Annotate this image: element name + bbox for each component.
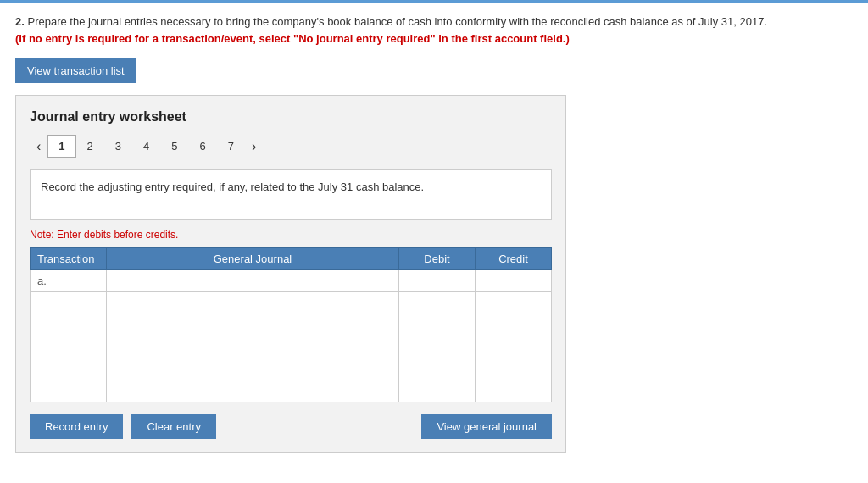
credit-input-3[interactable] [476, 314, 551, 336]
debit-input-2[interactable] [399, 292, 475, 314]
general-journal-input-6[interactable] [107, 380, 398, 402]
general-journal-input-3[interactable] [107, 314, 398, 336]
debit-input-5[interactable] [399, 358, 475, 380]
debit-input-cell-3[interactable] [399, 314, 476, 336]
table-row [31, 358, 552, 380]
tab-5[interactable]: 5 [160, 135, 188, 158]
clear-entry-button[interactable]: Clear entry [131, 414, 216, 439]
col-header-transaction: Transaction [31, 248, 107, 270]
col-header-general-journal: General Journal [107, 248, 399, 270]
debit-input-6[interactable] [399, 380, 475, 402]
tab-1[interactable]: 1 [47, 135, 75, 158]
tab-next-arrow[interactable]: › [245, 136, 263, 158]
table-row [31, 380, 552, 402]
credit-input-cell-3[interactable] [476, 314, 552, 336]
instruction-text: 2. Prepare the journal entries necessary… [15, 14, 778, 47]
credit-input-cell-5[interactable] [476, 358, 552, 380]
general-journal-input-1[interactable] [107, 270, 398, 291]
debit-input-3[interactable] [399, 314, 475, 336]
credit-input-4[interactable] [476, 336, 551, 358]
credit-input-5[interactable] [476, 358, 551, 380]
credit-input-2[interactable] [476, 292, 551, 314]
general-journal-input-4[interactable] [107, 336, 398, 358]
transaction-label-5 [31, 358, 107, 380]
table-row [31, 314, 552, 336]
credit-input-cell-1[interactable] [476, 270, 552, 292]
general-journal-input-cell-2[interactable] [107, 292, 399, 314]
credit-input-1[interactable] [476, 270, 551, 291]
transaction-label-6 [31, 380, 107, 402]
journal-table: Transaction General Journal Debit Credit… [30, 247, 552, 402]
transaction-label-3 [31, 314, 107, 336]
tab-7[interactable]: 7 [217, 135, 245, 158]
instruction-number: 2. [15, 15, 25, 28]
debit-input-cell-5[interactable] [399, 358, 476, 380]
debit-input-cell-1[interactable] [399, 270, 476, 292]
credit-input-6[interactable] [476, 380, 551, 402]
credit-input-cell-4[interactable] [476, 336, 552, 358]
record-entry-button[interactable]: Record entry [30, 414, 123, 439]
general-journal-input-2[interactable] [107, 292, 398, 314]
transaction-label-4 [31, 336, 107, 358]
debit-input-1[interactable] [399, 270, 475, 291]
view-transaction-button[interactable]: View transaction list [15, 58, 136, 83]
col-header-credit: Credit [476, 248, 552, 270]
general-journal-input-cell-4[interactable] [107, 336, 399, 358]
instruction-body: Prepare the journal entries necessary to… [25, 15, 767, 28]
transaction-label-1: a. [31, 270, 107, 292]
debit-input-4[interactable] [399, 336, 475, 358]
instruction-red: (If no entry is required for a transacti… [15, 32, 570, 45]
transaction-label-2 [31, 292, 107, 314]
general-journal-input-cell-5[interactable] [107, 358, 399, 380]
general-journal-input-cell-3[interactable] [107, 314, 399, 336]
worksheet-title: Journal entry worksheet [30, 109, 552, 125]
button-row: Record entry Clear entry View general jo… [30, 414, 552, 439]
col-header-debit: Debit [399, 248, 476, 270]
table-row [31, 336, 552, 358]
tab-2[interactable]: 2 [76, 135, 104, 158]
note-text: Note: Enter debits before credits. [30, 229, 552, 241]
debit-input-cell-6[interactable] [399, 380, 476, 402]
tab-6[interactable]: 6 [189, 135, 217, 158]
tab-4[interactable]: 4 [132, 135, 160, 158]
debit-input-cell-4[interactable] [399, 336, 476, 358]
general-journal-input-5[interactable] [107, 358, 398, 380]
credit-input-cell-6[interactable] [476, 380, 552, 402]
main-content: 2. Prepare the journal entries necessary… [0, 3, 868, 469]
general-journal-input-cell-6[interactable] [107, 380, 399, 402]
entry-description: Record the adjusting entry required, if … [30, 169, 552, 220]
tab-prev-arrow[interactable]: ‹ [30, 136, 47, 158]
tab-3[interactable]: 3 [104, 135, 132, 158]
worksheet-container: Journal entry worksheet ‹ 1 2 3 4 5 6 7 … [15, 95, 566, 453]
general-journal-input-cell-1[interactable] [107, 270, 399, 292]
credit-input-cell-2[interactable] [476, 292, 552, 314]
table-row: a. [31, 270, 552, 292]
view-general-journal-button[interactable]: View general journal [421, 414, 552, 439]
table-row [31, 292, 552, 314]
debit-input-cell-2[interactable] [399, 292, 476, 314]
tab-navigation: ‹ 1 2 3 4 5 6 7 › [30, 135, 552, 158]
